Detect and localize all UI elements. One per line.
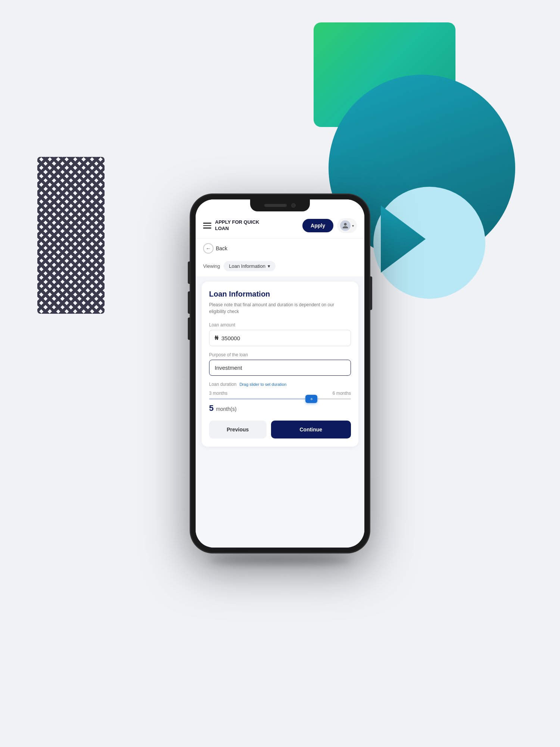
drag-hint: Drag slider to set duration [239, 382, 286, 387]
header-title: APPLY FOR QUICK LOAN [215, 219, 259, 232]
loan-amount-label: Loan amount [209, 322, 351, 328]
user-profile-button[interactable]: ▾ [337, 218, 357, 233]
purpose-label: Purpose of the loan [209, 352, 351, 357]
user-chevron-icon: ▾ [352, 224, 354, 228]
apply-button[interactable]: Apply [302, 219, 333, 232]
phone-shadow [208, 557, 352, 564]
card-title: Loan Information [209, 290, 351, 298]
slider-min-label: 3 months [209, 391, 227, 396]
currency-symbol: ₦ [215, 335, 218, 341]
slider-container: ‹› [209, 398, 351, 400]
notch-camera [291, 203, 296, 208]
previous-button[interactable]: Previous [209, 421, 267, 438]
loan-amount-input[interactable] [221, 335, 345, 341]
loan-information-card: Loan Information Please note that final … [202, 282, 358, 447]
slider-thumb[interactable]: ‹› [305, 395, 317, 403]
viewing-dropdown-label: Loan Information [229, 263, 265, 269]
header-left: APPLY FOR QUICK LOAN [203, 219, 259, 232]
bottom-buttons: Previous Continue [209, 421, 351, 438]
duration-unit: month(s) [216, 406, 236, 412]
slider-max-label: 6 months [333, 391, 351, 396]
user-avatar [340, 220, 351, 231]
bg-pattern-left [37, 157, 105, 314]
viewing-dropdown[interactable]: Loan Information ▾ [224, 261, 276, 271]
phone-mockup: APPLY FOR QUICK LOAN Apply ▾ [190, 194, 370, 553]
back-arrow-icon: ← [203, 243, 214, 254]
main-content: Loan Information Please note that final … [196, 276, 364, 548]
slider-arrows-icon: ‹› [311, 396, 312, 402]
nav-bar: ← Back [196, 239, 364, 258]
slider-range-labels: 3 months 6 months [209, 391, 351, 396]
loan-amount-field[interactable]: ₦ [209, 330, 351, 346]
notch-speaker [264, 204, 287, 207]
slider-track: ‹› [209, 398, 351, 400]
phone-notch [250, 199, 310, 211]
user-icon [342, 222, 349, 229]
phone-screen: APPLY FOR QUICK LOAN Apply ▾ [196, 199, 364, 548]
continue-button[interactable]: Continue [271, 421, 351, 438]
duration-header: Loan duration Drag slider to set duratio… [209, 382, 351, 387]
slider-fill [209, 398, 311, 400]
viewing-label: Viewing [203, 263, 220, 269]
duration-label: Loan duration [209, 382, 236, 387]
duration-value: 5 month(s) [209, 403, 351, 413]
phone-body: APPLY FOR QUICK LOAN Apply ▾ [190, 194, 370, 553]
purpose-input[interactable] [209, 360, 351, 376]
header-right: Apply ▾ [302, 218, 357, 233]
menu-icon[interactable] [203, 223, 211, 229]
back-button[interactable]: ← Back [203, 243, 227, 254]
dropdown-chevron-icon: ▾ [268, 263, 270, 269]
card-subtitle: Please note that final amount and durati… [209, 301, 351, 315]
viewing-bar: Viewing Loan Information ▾ [196, 258, 364, 276]
